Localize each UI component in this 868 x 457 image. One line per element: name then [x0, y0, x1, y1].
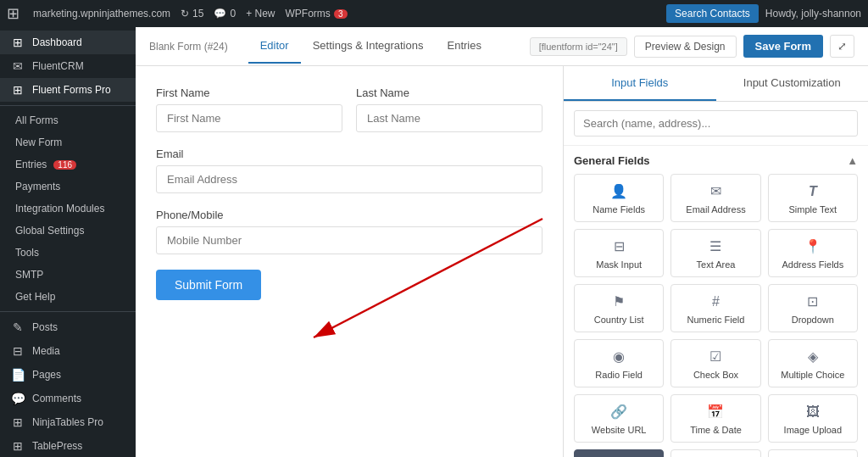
sidebar-item-ninja-tables-pro[interactable]: ⊞ NinjaTables Pro — [0, 410, 136, 434]
sidebar-item-label: All Forms — [10, 114, 58, 126]
wpforms-badge: 3 — [334, 9, 348, 19]
last-name-input[interactable] — [356, 104, 542, 132]
field-label: Check Box — [693, 370, 738, 380]
sub-header: Blank Form (#24) Editor Settings & Integ… — [136, 27, 868, 66]
check-box-icon: ☑ — [709, 348, 721, 365]
field-country-list[interactable]: ⚑ Country List — [574, 284, 664, 332]
sidebar-item-dashboard[interactable]: ⊞ Dashboard — [0, 31, 136, 54]
field-label: Name Fields — [593, 204, 645, 215]
sidebar-item-fluent-forms-pro[interactable]: ⊞ Fluent Forms Pro — [0, 78, 136, 102]
field-mask-input[interactable]: ⊟ Mask Input — [574, 229, 664, 277]
tab-input-customization[interactable]: Input Customization — [716, 66, 869, 101]
field-radio-field[interactable]: ◉ Radio Field — [574, 339, 664, 387]
field-simple-text[interactable]: T Simple Text — [768, 174, 858, 222]
sidebar-item-pages[interactable]: 📄 Pages — [0, 363, 136, 387]
editor-container: First Name Last Name Email — [136, 66, 868, 457]
general-fields-chevron-icon: ▲ — [847, 154, 858, 167]
sidebar-item-payments[interactable]: Payments — [0, 176, 136, 198]
entries-badge: 116 — [53, 160, 76, 170]
sidebar-item-media[interactable]: ⊟ Media — [0, 339, 136, 363]
sidebar-item-label: Integration Modules — [10, 203, 104, 215]
fields-search-input[interactable] — [574, 110, 858, 137]
panel-tabs: Input Fields Input Customization — [564, 66, 868, 102]
howdy-label: Howdy, jolly-shannon — [765, 8, 861, 20]
address-fields-icon: 📍 — [804, 238, 821, 254]
sidebar-item-label: TablePress — [32, 440, 82, 452]
fluentform-id-badge: [fluentform id="24"] — [530, 37, 627, 56]
first-name-input[interactable] — [156, 104, 342, 132]
comments-nav-icon: 💬 — [10, 392, 25, 405]
sidebar-item-tools[interactable]: Tools — [0, 242, 136, 264]
phone-input[interactable] — [156, 226, 542, 254]
sidebar-item-label: Tools — [10, 247, 39, 259]
updates-link[interactable]: ↻ 15 — [181, 8, 203, 20]
posts-icon: ✎ — [10, 320, 25, 334]
field-check-box[interactable]: ☑ Check Box — [670, 339, 760, 387]
new-content-link[interactable]: + New — [246, 8, 275, 20]
sidebar-item-comments[interactable]: 💬 Comments — [0, 387, 136, 410]
save-form-button[interactable]: Save Form — [743, 35, 823, 58]
email-input[interactable] — [156, 165, 542, 193]
sidebar-item-smtp[interactable]: SMTP — [0, 264, 136, 286]
sidebar-item-label: Global Settings — [10, 225, 84, 237]
submit-button[interactable]: Submit Form — [156, 270, 261, 300]
field-numeric-field[interactable]: # Numeric Field — [670, 284, 760, 332]
sidebar-item-new-form[interactable]: New Form — [0, 131, 136, 153]
sidebar-item-label: Entries — [10, 159, 47, 170]
phone-row: Phone/Mobile — [156, 209, 542, 254]
field-website-url[interactable]: 🔗 Website URL — [574, 394, 664, 443]
tab-input-fields[interactable]: Input Fields — [564, 66, 716, 101]
field-address-fields[interactable]: 📍 Address Fields — [768, 229, 858, 277]
preview-design-button[interactable]: Preview & Design — [634, 36, 737, 58]
tab-editor[interactable]: Editor — [248, 29, 301, 64]
mask-input-icon: ⊟ — [614, 238, 625, 254]
field-email-address[interactable]: ✉ Email Address — [670, 174, 760, 222]
breadcrumb: Blank Form (#24) — [149, 41, 228, 53]
field-dropdown[interactable]: ⊡ Dropdown — [768, 284, 858, 332]
sidebar-item-entries[interactable]: Entries 116 — [0, 153, 136, 176]
search-contacts-button[interactable]: Search Contacts — [666, 4, 759, 23]
field-file-upload[interactable]: ⬆ File Upload — [574, 449, 664, 457]
submit-row: Submit Form — [156, 270, 542, 300]
multiple-choice-icon: ◈ — [808, 348, 818, 365]
panel-body: General Fields ▲ 👤 Name Fields ✉ Email A… — [564, 146, 868, 457]
field-multiple-choice[interactable]: ◈ Multiple Choice — [768, 339, 858, 387]
comments-link[interactable]: 💬 0 — [214, 8, 236, 20]
time-date-icon: 📅 — [707, 404, 724, 420]
simple-text-icon: T — [809, 184, 817, 199]
field-time-date[interactable]: 📅 Time & Date — [670, 394, 760, 443]
wpforms-admin-link[interactable]: WPForms 3 — [285, 8, 347, 20]
sidebar-item-label: Media — [32, 345, 60, 357]
field-label: Dropdown — [792, 315, 834, 325]
sidebar-item-global-settings[interactable]: Global Settings — [0, 220, 136, 242]
expand-button[interactable]: ⤢ — [830, 35, 854, 58]
sidebar-item-integration-modules[interactable]: Integration Modules — [0, 198, 136, 220]
field-image-upload[interactable]: 🖼 Image Upload — [768, 394, 858, 443]
email-label: Email — [156, 148, 542, 160]
field-text-area[interactable]: ☰ Text Area — [670, 229, 760, 277]
media-icon: ⊟ — [10, 344, 25, 358]
first-name-label: First Name — [156, 86, 342, 99]
sidebar-item-label: Get Help — [10, 291, 55, 303]
field-label: Simple Text — [789, 204, 837, 215]
content-area: Blank Form (#24) Editor Settings & Integ… — [136, 27, 868, 457]
tab-settings-integrations[interactable]: Settings & Integrations — [301, 29, 436, 64]
site-link[interactable]: marketing.wpninjathemes.com — [33, 8, 170, 20]
field-phone-mobile-field[interactable]: 📞 Phone/Mobile Field — [768, 449, 858, 457]
field-custom-html[interactable]: </> Custom HTML — [670, 449, 760, 457]
sidebar-item-tablepress[interactable]: ⊞ TablePress — [0, 434, 136, 457]
sidebar-item-label: Payments — [10, 181, 60, 192]
field-name-fields[interactable]: 👤 Name Fields — [574, 174, 664, 222]
sidebar-item-fluentcrm[interactable]: ✉ FluentCRM — [0, 54, 136, 78]
sidebar-item-get-help[interactable]: Get Help — [0, 286, 136, 308]
tab-entries[interactable]: Entries — [435, 29, 492, 64]
sidebar-item-posts[interactable]: ✎ Posts — [0, 315, 136, 339]
sidebar-item-all-forms[interactable]: All Forms — [0, 109, 136, 131]
name-row: First Name Last Name — [156, 86, 542, 132]
right-panel: Input Fields Input Customization General… — [563, 66, 868, 457]
general-fields-section-header[interactable]: General Fields ▲ — [574, 146, 858, 174]
text-area-icon: ☰ — [709, 238, 721, 254]
last-name-field: Last Name — [356, 86, 542, 132]
sub-header-tabs: Editor Settings & Integrations Entries — [248, 29, 493, 64]
sidebar-item-label: Comments — [32, 393, 81, 404]
